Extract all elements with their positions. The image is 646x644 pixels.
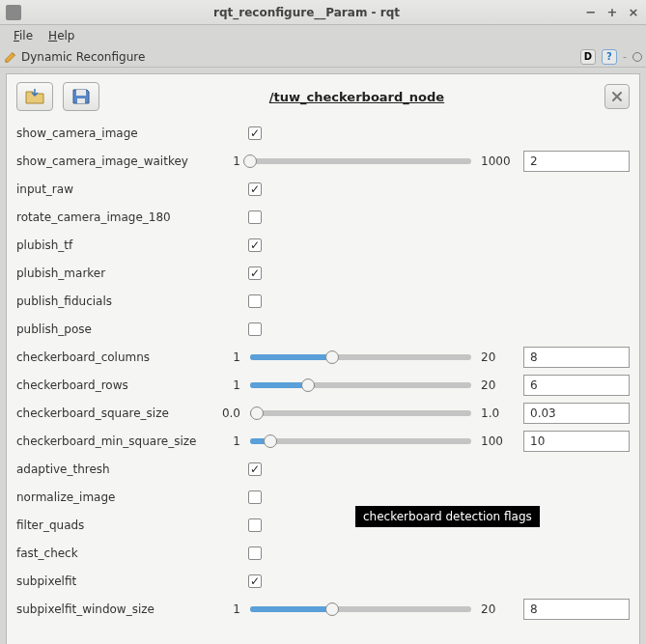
param-label: fast_check: [16, 546, 219, 560]
param-row-show_camera_image: show_camera_image: [16, 119, 630, 147]
save-config-button[interactable]: [63, 82, 99, 111]
param-row-checkerboard_columns: checkerboard_columns120: [16, 343, 630, 371]
checkbox-filter_quads[interactable]: [248, 518, 262, 532]
detach-icon[interactable]: [632, 52, 642, 62]
param-list: show_camera_imageshow_camera_image_waitk…: [16, 119, 630, 623]
param-row-plubish_tf: plubish_tf: [16, 231, 630, 259]
value-input-checkerboard_min_square_size[interactable]: [523, 431, 630, 452]
param-label: rotate_camera_image_180: [16, 210, 219, 224]
param-row-checkerboard_rows: checkerboard_rows120: [16, 371, 630, 399]
slider-checkerboard_columns[interactable]: [250, 354, 471, 360]
param-row-publish_fiducials: publish_fiducials: [16, 287, 630, 315]
checkbox-plubish_tf[interactable]: [248, 238, 262, 252]
checkbox-publish_pose[interactable]: [248, 322, 262, 336]
checkbox-show_camera_image[interactable]: [248, 126, 262, 140]
slider-thumb[interactable]: [243, 154, 257, 168]
slider-thumb[interactable]: [250, 406, 264, 420]
slider-max-label: 20: [481, 378, 514, 392]
checkbox-fast_check[interactable]: [248, 546, 262, 560]
param-row-adaptive_thresh: adaptive_thresh: [16, 455, 630, 483]
param-row-checkerboard_square_size: checkerboard_square_size0.01.0: [16, 399, 630, 427]
param-label: adaptive_thresh: [16, 462, 219, 476]
close-window-button[interactable]: ×: [627, 6, 640, 19]
param-label: subpixelfit: [16, 574, 219, 588]
maximize-button[interactable]: +: [605, 6, 619, 19]
param-row-subpixelfit: subpixelfit: [16, 567, 630, 595]
edit-icon: [4, 50, 17, 64]
param-panel: /tuw_checkerboard_node show_camera_image…: [6, 73, 640, 644]
value-input-checkerboard_columns[interactable]: [523, 347, 630, 368]
param-label: show_camera_image_waitkey: [16, 154, 219, 168]
checkbox-normalize_image[interactable]: [248, 490, 262, 504]
value-input-checkerboard_square_size[interactable]: [523, 403, 630, 424]
param-row-fast_check: fast_check: [16, 539, 630, 567]
window-titlebar: rqt_reconfigure__Param - rqt − + ×: [0, 0, 646, 25]
slider-thumb[interactable]: [301, 378, 315, 392]
slider-thumb[interactable]: [325, 350, 339, 364]
tab-label[interactable]: Dynamic Reconfigure: [21, 50, 580, 64]
checkbox-input_raw[interactable]: [248, 182, 262, 196]
param-label: plubish_tf: [16, 238, 219, 252]
slider-checkerboard_square_size[interactable]: [250, 410, 471, 416]
param-label: checkerboard_columns: [16, 350, 219, 364]
load-config-button[interactable]: [16, 82, 53, 111]
tooltip: checkerboard detection flags: [355, 506, 540, 527]
menubar: File Help: [0, 25, 646, 46]
value-input-show_camera_image_waitkey[interactable]: [523, 151, 630, 172]
slider-max-label: 1000: [481, 154, 514, 168]
panel-close-button[interactable]: [604, 84, 630, 109]
param-label: subpixelfit_window_size: [16, 602, 219, 616]
minimize-button[interactable]: −: [584, 6, 598, 19]
slider-max-label: 20: [481, 602, 514, 616]
slider-min-label: 0.0: [219, 406, 240, 420]
dock-button[interactable]: D: [580, 49, 596, 65]
param-row-subpixelfit_window_size: subpixelfit_window_size120: [16, 595, 630, 623]
param-label: show_camera_image: [16, 126, 219, 140]
panel-title: /tuw_checkerboard_node: [109, 90, 604, 104]
svg-rect-1: [77, 98, 85, 103]
slider-thumb[interactable]: [325, 602, 339, 616]
checkbox-rotate_camera_image_180[interactable]: [248, 210, 262, 224]
slider-checkerboard_rows[interactable]: [250, 382, 471, 388]
param-label: filter_quads: [16, 518, 219, 532]
slider-subpixelfit_window_size[interactable]: [250, 606, 471, 612]
param-label: publish_fiducials: [16, 294, 219, 308]
checkbox-adaptive_thresh[interactable]: [248, 462, 262, 476]
svg-rect-0: [76, 90, 86, 96]
slider-checkerboard_min_square_size[interactable]: [250, 438, 471, 444]
param-row-checkerboard_min_square_size: checkerboard_min_square_size1100: [16, 427, 630, 455]
slider-max-label: 20: [481, 350, 514, 364]
param-label: input_raw: [16, 182, 219, 196]
checkbox-publish_fiducials[interactable]: [248, 294, 262, 308]
param-row-show_camera_image_waitkey: show_camera_image_waitkey11000: [16, 147, 630, 175]
app-icon: [6, 5, 21, 20]
menu-file[interactable]: File: [8, 27, 39, 44]
window-title: rqt_reconfigure__Param - rqt: [29, 6, 584, 19]
slider-show_camera_image_waitkey[interactable]: [250, 158, 471, 164]
checkbox-subpixelfit[interactable]: [248, 574, 262, 588]
slider-min-label: 1: [219, 602, 240, 616]
help-button[interactable]: ?: [602, 49, 617, 65]
menu-help[interactable]: Help: [42, 27, 80, 44]
slider-max-label: 1.0: [481, 406, 514, 420]
slider-max-label: 100: [481, 434, 514, 448]
slider-min-label: 1: [219, 350, 240, 364]
value-input-subpixelfit_window_size[interactable]: [523, 599, 630, 620]
checkbox-plubish_marker[interactable]: [248, 266, 262, 280]
param-label: checkerboard_rows: [16, 378, 219, 392]
param-label: publish_pose: [16, 322, 219, 336]
param-label: normalize_image: [16, 490, 219, 504]
param-row-input_raw: input_raw: [16, 175, 630, 203]
slider-min-label: 1: [219, 378, 240, 392]
param-row-plubish_marker: plubish_marker: [16, 259, 630, 287]
value-input-checkerboard_rows[interactable]: [523, 375, 630, 396]
param-row-rotate_camera_image_180: rotate_camera_image_180: [16, 203, 630, 231]
slider-min-label: 1: [219, 434, 240, 448]
param-label: checkerboard_square_size: [16, 406, 219, 420]
param-label: checkerboard_min_square_size: [16, 434, 219, 448]
tabbar: Dynamic Reconfigure D ? -: [0, 46, 646, 68]
separator-dash: -: [623, 50, 627, 63]
param-row-publish_pose: publish_pose: [16, 315, 630, 343]
param-label: plubish_marker: [16, 266, 219, 280]
slider-thumb[interactable]: [264, 434, 277, 448]
